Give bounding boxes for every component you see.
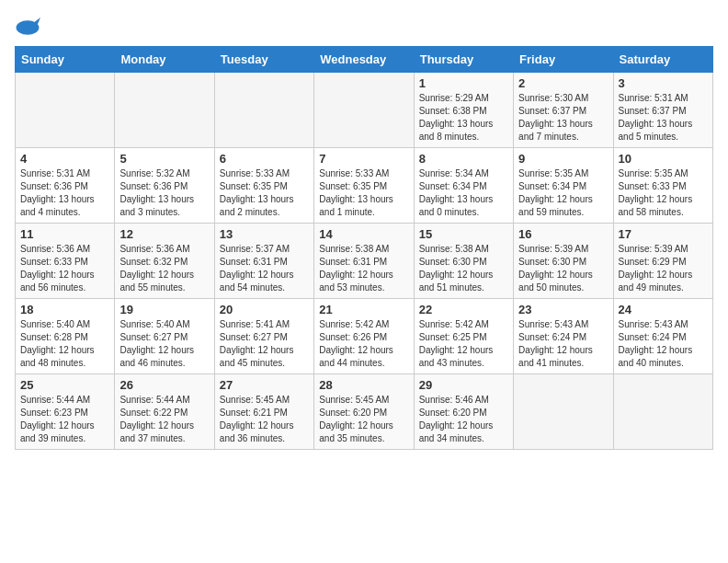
calendar-body: 1Sunrise: 5:29 AM Sunset: 6:38 PM Daylig… (16, 73, 713, 450)
day-cell: 11Sunrise: 5:36 AM Sunset: 6:33 PM Dayli… (16, 224, 115, 299)
day-info: Sunrise: 5:33 AM Sunset: 6:35 PM Dayligh… (220, 167, 309, 219)
day-cell: 9Sunrise: 5:35 AM Sunset: 6:34 PM Daylig… (514, 148, 613, 224)
weekday-header-thursday: Thursday (414, 47, 513, 73)
day-cell: 16Sunrise: 5:39 AM Sunset: 6:30 PM Dayli… (514, 224, 613, 299)
calendar-table: SundayMondayTuesdayWednesdayThursdayFrid… (15, 46, 713, 450)
day-cell: 15Sunrise: 5:38 AM Sunset: 6:30 PM Dayli… (414, 224, 513, 299)
day-cell: 14Sunrise: 5:38 AM Sunset: 6:31 PM Dayli… (314, 224, 414, 299)
day-info: Sunrise: 5:32 AM Sunset: 6:36 PM Dayligh… (119, 167, 209, 219)
day-cell: 23Sunrise: 5:43 AM Sunset: 6:24 PM Dayli… (514, 299, 613, 374)
day-info: Sunrise: 5:33 AM Sunset: 6:35 PM Dayligh… (319, 167, 408, 219)
day-number: 8 (419, 152, 508, 166)
day-number: 4 (20, 152, 109, 166)
day-info: Sunrise: 5:38 AM Sunset: 6:31 PM Dayligh… (319, 243, 408, 294)
day-info: Sunrise: 5:40 AM Sunset: 6:27 PM Dayligh… (119, 318, 209, 370)
day-info: Sunrise: 5:41 AM Sunset: 6:27 PM Dayligh… (220, 318, 309, 370)
day-cell: 28Sunrise: 5:45 AM Sunset: 6:20 PM Dayli… (314, 374, 414, 450)
day-number: 7 (319, 152, 408, 166)
day-info: Sunrise: 5:39 AM Sunset: 6:30 PM Dayligh… (518, 243, 608, 294)
day-cell (314, 73, 414, 148)
day-number: 22 (419, 303, 508, 316)
day-cell (214, 73, 313, 148)
day-number: 14 (319, 227, 408, 241)
day-number: 13 (220, 227, 309, 241)
week-row-3: 11Sunrise: 5:36 AM Sunset: 6:33 PM Dayli… (16, 224, 713, 299)
weekday-header-monday: Monday (115, 47, 214, 73)
day-cell: 5Sunrise: 5:32 AM Sunset: 6:36 PM Daylig… (115, 148, 214, 224)
day-cell (514, 374, 613, 450)
day-number: 12 (119, 227, 209, 241)
day-cell (115, 73, 214, 148)
weekday-header-tuesday: Tuesday (214, 47, 313, 73)
day-info: Sunrise: 5:45 AM Sunset: 6:20 PM Dayligh… (319, 394, 408, 445)
day-number: 10 (619, 152, 708, 166)
day-cell: 24Sunrise: 5:43 AM Sunset: 6:24 PM Dayli… (613, 299, 712, 374)
day-cell: 7Sunrise: 5:33 AM Sunset: 6:35 PM Daylig… (314, 148, 414, 224)
day-cell: 10Sunrise: 5:35 AM Sunset: 6:33 PM Dayli… (613, 148, 712, 224)
day-number: 25 (20, 378, 109, 392)
day-cell: 1Sunrise: 5:29 AM Sunset: 6:38 PM Daylig… (414, 73, 513, 148)
day-number: 19 (119, 303, 209, 316)
day-info: Sunrise: 5:36 AM Sunset: 6:33 PM Dayligh… (20, 243, 109, 294)
week-row-2: 4Sunrise: 5:31 AM Sunset: 6:36 PM Daylig… (16, 148, 713, 224)
day-info: Sunrise: 5:42 AM Sunset: 6:25 PM Dayligh… (419, 318, 508, 370)
day-cell: 18Sunrise: 5:40 AM Sunset: 6:28 PM Dayli… (16, 299, 115, 374)
day-info: Sunrise: 5:44 AM Sunset: 6:23 PM Dayligh… (20, 394, 109, 445)
day-cell: 4Sunrise: 5:31 AM Sunset: 6:36 PM Daylig… (16, 148, 115, 224)
day-number: 24 (619, 303, 708, 316)
day-number: 23 (518, 303, 608, 316)
day-number: 6 (220, 152, 309, 166)
day-info: Sunrise: 5:40 AM Sunset: 6:28 PM Dayligh… (20, 318, 109, 370)
day-cell: 20Sunrise: 5:41 AM Sunset: 6:27 PM Dayli… (214, 299, 313, 374)
day-cell: 29Sunrise: 5:46 AM Sunset: 6:20 PM Dayli… (414, 374, 513, 450)
day-info: Sunrise: 5:35 AM Sunset: 6:33 PM Dayligh… (619, 167, 708, 219)
day-number: 27 (220, 378, 309, 392)
day-number: 29 (419, 378, 508, 392)
day-number: 5 (119, 152, 209, 166)
day-info: Sunrise: 5:37 AM Sunset: 6:31 PM Dayligh… (220, 243, 309, 294)
day-number: 11 (20, 227, 109, 241)
day-info: Sunrise: 5:39 AM Sunset: 6:29 PM Dayligh… (619, 243, 708, 294)
day-number: 9 (518, 152, 608, 166)
day-info: Sunrise: 5:46 AM Sunset: 6:20 PM Dayligh… (419, 394, 508, 445)
day-info: Sunrise: 5:34 AM Sunset: 6:34 PM Dayligh… (419, 167, 508, 219)
day-info: Sunrise: 5:43 AM Sunset: 6:24 PM Dayligh… (518, 318, 608, 370)
day-cell: 27Sunrise: 5:45 AM Sunset: 6:21 PM Dayli… (214, 374, 313, 450)
day-info: Sunrise: 5:31 AM Sunset: 6:36 PM Dayligh… (20, 167, 109, 219)
day-number: 26 (119, 378, 209, 392)
day-cell: 21Sunrise: 5:42 AM Sunset: 6:26 PM Dayli… (314, 299, 414, 374)
day-cell: 3Sunrise: 5:31 AM Sunset: 6:37 PM Daylig… (613, 73, 712, 148)
logo (15, 15, 44, 40)
day-number: 28 (319, 378, 408, 392)
day-cell (613, 374, 712, 450)
day-cell: 19Sunrise: 5:40 AM Sunset: 6:27 PM Dayli… (115, 299, 214, 374)
day-info: Sunrise: 5:43 AM Sunset: 6:24 PM Dayligh… (619, 318, 708, 370)
day-cell (16, 73, 115, 148)
day-cell: 26Sunrise: 5:44 AM Sunset: 6:22 PM Dayli… (115, 374, 214, 450)
day-cell: 13Sunrise: 5:37 AM Sunset: 6:31 PM Dayli… (214, 224, 313, 299)
week-row-4: 18Sunrise: 5:40 AM Sunset: 6:28 PM Dayli… (16, 299, 713, 374)
weekday-header-wednesday: Wednesday (314, 47, 414, 73)
day-number: 1 (419, 76, 508, 90)
weekday-header-saturday: Saturday (613, 47, 712, 73)
day-cell: 25Sunrise: 5:44 AM Sunset: 6:23 PM Dayli… (16, 374, 115, 450)
day-info: Sunrise: 5:45 AM Sunset: 6:21 PM Dayligh… (220, 394, 309, 445)
week-row-5: 25Sunrise: 5:44 AM Sunset: 6:23 PM Dayli… (16, 374, 713, 450)
weekday-header-sunday: Sunday (16, 47, 115, 73)
day-info: Sunrise: 5:31 AM Sunset: 6:37 PM Dayligh… (619, 92, 708, 144)
day-cell: 12Sunrise: 5:36 AM Sunset: 6:32 PM Dayli… (115, 224, 214, 299)
day-cell: 22Sunrise: 5:42 AM Sunset: 6:25 PM Dayli… (414, 299, 513, 374)
logo-icon (15, 15, 40, 40)
day-number: 15 (419, 227, 508, 241)
day-number: 21 (319, 303, 408, 316)
calendar-header: SundayMondayTuesdayWednesdayThursdayFrid… (16, 47, 713, 73)
day-cell: 17Sunrise: 5:39 AM Sunset: 6:29 PM Dayli… (613, 224, 712, 299)
day-number: 3 (619, 76, 708, 90)
day-info: Sunrise: 5:42 AM Sunset: 6:26 PM Dayligh… (319, 318, 408, 370)
week-row-1: 1Sunrise: 5:29 AM Sunset: 6:38 PM Daylig… (16, 73, 713, 148)
day-number: 16 (518, 227, 608, 241)
day-cell: 6Sunrise: 5:33 AM Sunset: 6:35 PM Daylig… (214, 148, 313, 224)
day-cell: 2Sunrise: 5:30 AM Sunset: 6:37 PM Daylig… (514, 73, 613, 148)
day-info: Sunrise: 5:38 AM Sunset: 6:30 PM Dayligh… (419, 243, 508, 294)
day-info: Sunrise: 5:36 AM Sunset: 6:32 PM Dayligh… (119, 243, 209, 294)
